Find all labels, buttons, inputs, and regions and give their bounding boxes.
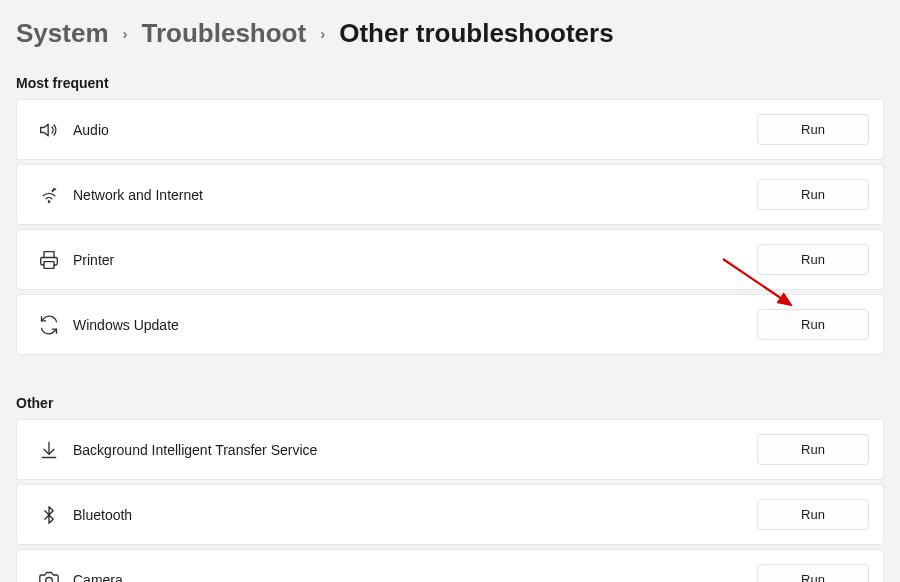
refresh-icon [31,315,67,335]
chevron-right-icon: › [320,25,325,42]
section-header-most-frequent: Most frequent [0,67,900,99]
breadcrumb-troubleshoot[interactable]: Troubleshoot [142,18,307,49]
troubleshooter-label: Audio [73,122,757,138]
troubleshooter-label: Network and Internet [73,187,757,203]
troubleshooter-label: Background Intelligent Transfer Service [73,442,757,458]
printer-icon [31,250,67,270]
camera-icon [31,570,67,583]
troubleshooter-label: Camera [73,572,757,583]
svg-point-1 [48,201,49,202]
troubleshooter-row-printer: Printer Run [16,229,884,290]
download-icon [31,440,67,460]
section-other: Background Intelligent Transfer Service … [0,419,900,582]
section-header-other: Other [0,387,900,419]
breadcrumb-current: Other troubleshooters [339,18,613,49]
troubleshooter-label: Windows Update [73,317,757,333]
troubleshooter-label: Bluetooth [73,507,757,523]
svg-point-4 [46,577,53,582]
section-most-frequent: Audio Run Network and Internet Run Print… [0,99,900,355]
run-button-bits[interactable]: Run [757,434,869,465]
run-button-camera[interactable]: Run [757,564,869,582]
breadcrumb-system[interactable]: System [16,18,109,49]
svg-marker-0 [41,124,49,136]
breadcrumb: System › Troubleshoot › Other troublesho… [0,0,900,67]
chevron-right-icon: › [123,25,128,42]
troubleshooter-row-bits: Background Intelligent Transfer Service … [16,419,884,480]
troubleshooter-row-bluetooth: Bluetooth Run [16,484,884,545]
troubleshooter-row-network: Network and Internet Run [16,164,884,225]
speaker-icon [31,120,67,140]
wifi-icon [31,185,67,205]
bluetooth-icon [31,505,67,525]
run-button-audio[interactable]: Run [757,114,869,145]
troubleshooter-row-windows-update: Windows Update Run [16,294,884,355]
run-button-windows-update[interactable]: Run [757,309,869,340]
run-button-network[interactable]: Run [757,179,869,210]
run-button-bluetooth[interactable]: Run [757,499,869,530]
run-button-printer[interactable]: Run [757,244,869,275]
troubleshooter-label: Printer [73,252,757,268]
troubleshooter-row-camera: Camera Run [16,549,884,582]
svg-rect-2 [44,261,54,268]
troubleshooter-row-audio: Audio Run [16,99,884,160]
